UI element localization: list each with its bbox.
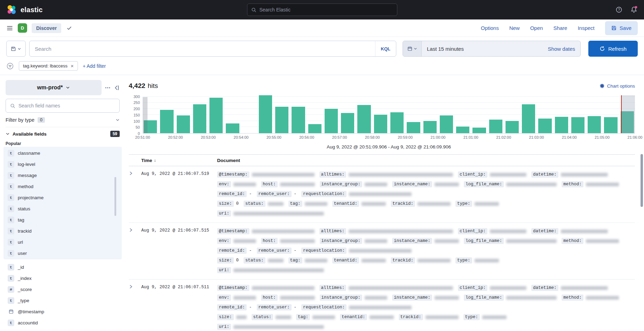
histogram-bar[interactable]	[522, 104, 535, 133]
field-item[interactable]: tmessage	[6, 170, 120, 181]
field-search-input[interactable]	[18, 103, 115, 108]
collapse-sidebar-icon[interactable]	[114, 85, 120, 91]
toolbar-link-options[interactable]: Options	[481, 25, 499, 31]
add-filter-link[interactable]: + Add filter	[83, 63, 106, 69]
histogram-bar[interactable]	[357, 105, 371, 133]
toolbar-link-inspect[interactable]: Inspect	[578, 25, 594, 31]
calendar-button[interactable]	[403, 41, 422, 56]
refresh-button[interactable]: Refresh	[588, 41, 638, 57]
field-search[interactable]	[6, 99, 120, 113]
field-item[interactable]: tlog-level	[6, 159, 120, 170]
doc-field-name: status:	[244, 257, 265, 264]
doc-field-name: requestlocation:	[301, 191, 347, 197]
redacted-value	[280, 296, 315, 300]
histogram-bar[interactable]	[308, 124, 321, 133]
space-badge[interactable]: D	[18, 23, 27, 33]
doc-field-name: datetime:	[531, 171, 558, 178]
histogram-bar[interactable]	[374, 115, 387, 133]
available-fields-header[interactable]: Available fields 59	[6, 127, 120, 140]
chart-options-button[interactable]: Chart options	[600, 83, 635, 89]
data-view-picker[interactable]: wm-prod*	[6, 80, 102, 95]
histogram-bar[interactable]	[456, 127, 469, 133]
breadcrumb[interactable]: Discover	[32, 23, 61, 33]
histogram-bar[interactable]	[506, 121, 519, 133]
histogram-bar[interactable]	[555, 117, 568, 133]
histogram-bar[interactable]	[259, 95, 272, 133]
histogram-bar[interactable]	[538, 119, 551, 133]
field-item[interactable]: ttag	[6, 214, 120, 225]
row-document: @timestamp:alltimes:client_ip:datetime:e…	[217, 283, 635, 331]
histogram-bar[interactable]	[407, 122, 420, 133]
histogram-bar[interactable]	[160, 110, 173, 133]
table-row: Aug 9, 2022 @ 21:06:07.511@timestamp:all…	[129, 280, 635, 331]
histogram-bar[interactable]	[588, 116, 601, 133]
histogram-bar[interactable]	[604, 117, 617, 133]
histogram-bar[interactable]	[390, 112, 404, 133]
show-dates-link[interactable]: Show dates	[543, 46, 580, 52]
field-item[interactable]: #_score	[6, 284, 120, 295]
menu-icon[interactable]	[6, 25, 13, 32]
doc-field: uri:	[217, 324, 324, 330]
elastic-logo[interactable]	[6, 5, 17, 15]
histogram-bar[interactable]	[193, 104, 206, 133]
redacted-value	[561, 229, 608, 233]
histogram-bar[interactable]	[489, 120, 502, 133]
remove-filter-icon[interactable]: ×	[71, 63, 74, 68]
y-tick-label: 50	[136, 125, 140, 129]
doc-field-value: 0	[236, 258, 239, 263]
filter-pill[interactable]: tag.keyword: lbaccess ×	[19, 61, 78, 71]
histogram-bar[interactable]	[341, 113, 354, 133]
toolbar-link-new[interactable]: New	[509, 25, 520, 31]
histogram-bar[interactable]	[472, 128, 486, 133]
global-search-input[interactable]	[260, 7, 393, 13]
filter-by-type[interactable]: Filter by type 0	[6, 113, 120, 127]
histogram-bar[interactable]	[292, 107, 305, 133]
histogram-bar[interactable]	[423, 121, 437, 133]
histogram-bar[interactable]	[571, 117, 585, 133]
field-item[interactable]: tclassname	[6, 147, 120, 159]
toolbar-link-share[interactable]: Share	[553, 25, 567, 31]
redacted-value	[349, 249, 412, 253]
dots-icon[interactable]	[105, 85, 111, 91]
help-icon[interactable]: ?	[615, 6, 622, 13]
query-input[interactable]	[30, 46, 375, 52]
field-item[interactable]: t_id	[6, 261, 120, 273]
field-item[interactable]: turl	[6, 236, 120, 248]
histogram-bar[interactable]	[209, 98, 223, 133]
query-language-badge[interactable]: KQL	[375, 41, 396, 56]
doc-line: env:host:instance_group:instance_name:lo…	[217, 293, 631, 302]
histogram-bar[interactable]	[440, 115, 453, 133]
expand-row-button[interactable]	[129, 228, 133, 232]
histogram-bar[interactable]	[275, 107, 288, 133]
toolbar-link-open[interactable]: Open	[530, 25, 543, 31]
field-item[interactable]: tuser	[6, 248, 120, 259]
expand-row-button[interactable]	[129, 284, 133, 289]
field-item[interactable]: tstatus	[6, 203, 120, 214]
histogram-chart[interactable]: 050100150200250300	[129, 95, 635, 134]
string-field-icon: t	[8, 275, 14, 282]
doc-field-name: trackid:	[391, 257, 415, 264]
field-item[interactable]: @timestamp	[6, 306, 120, 317]
histogram-bar[interactable]	[325, 109, 338, 133]
field-item[interactable]: tprojectname	[6, 192, 120, 203]
field-item[interactable]: t_index	[6, 273, 120, 284]
histogram-bar[interactable]	[226, 123, 239, 133]
redacted-value	[233, 325, 324, 329]
field-item[interactable]: taccountid	[6, 317, 120, 328]
filters-icon[interactable]	[6, 62, 14, 70]
save-button[interactable]: Save	[605, 21, 638, 35]
field-item[interactable]: tmethod	[6, 181, 120, 192]
sidebar-scrollbar[interactable]	[114, 177, 116, 216]
field-item[interactable]: t_type	[6, 295, 120, 306]
time-column-header[interactable]: Time ↓	[141, 158, 217, 163]
time-range-value[interactable]: Last 15 minutes	[422, 46, 543, 52]
main-scrollbar[interactable]	[641, 154, 643, 207]
notifications-icon[interactable]	[630, 6, 638, 14]
expand-row-button[interactable]	[129, 171, 133, 176]
histogram-bar[interactable]	[177, 115, 190, 133]
field-item[interactable]: ttrackid	[6, 225, 120, 236]
popular-field-list: tclassnametlog-leveltmessagetmethodtproj…	[3, 147, 122, 259]
saved-query-button[interactable]	[6, 41, 26, 57]
global-search[interactable]	[247, 3, 397, 16]
field-name: projectname	[18, 195, 43, 200]
